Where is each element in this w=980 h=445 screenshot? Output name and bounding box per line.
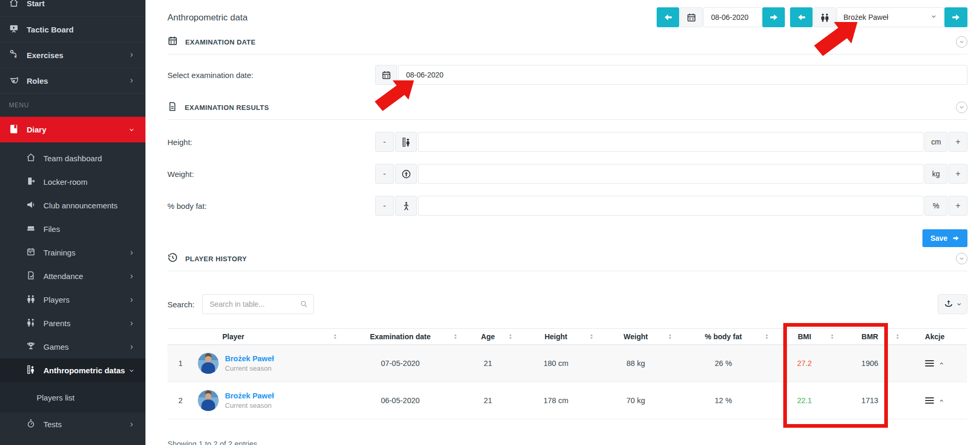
sort-icon[interactable]: ▲▼ <box>590 333 593 340</box>
section-title: EXAMINATION RESULTS <box>185 104 269 112</box>
next-date-button[interactable] <box>762 7 785 27</box>
sidebar-item-players-list[interactable]: Players list <box>0 382 145 413</box>
examination-date-input[interactable] <box>398 65 967 85</box>
sidebar-item-trainings[interactable]: Trainings <box>0 241 145 264</box>
next-player-button[interactable] <box>944 7 967 27</box>
prev-player-button[interactable] <box>790 7 813 27</box>
decrement-button[interactable]: - <box>375 196 394 216</box>
search-field <box>202 294 314 314</box>
tactics-icon <box>9 49 19 61</box>
sidebar-item-files[interactable]: Files <box>0 217 145 241</box>
body-fat-input[interactable] <box>418 196 923 216</box>
increment-button[interactable]: + <box>949 132 967 152</box>
app-window: Start Tactic Board Exercises Roles MENU … <box>0 0 980 445</box>
avatar <box>198 353 219 374</box>
column-header-examination-date[interactable]: Examination date ▲▼ <box>340 329 460 345</box>
export-button[interactable] <box>938 294 967 314</box>
chevron-right-icon <box>128 296 135 303</box>
table-header-row: Player ▲▼ Examination date ▲▼ Age ▲▼ Hei… <box>167 329 967 345</box>
player-history-section-header: PLAYER HISTORY <box>167 253 967 264</box>
sort-icon[interactable]: ▲▼ <box>830 333 834 340</box>
chevron-right-icon <box>128 421 135 428</box>
row-actions-button[interactable] <box>903 396 967 405</box>
sidebar-item-attendance[interactable]: Attendance <box>0 264 145 288</box>
calendar-icon <box>680 7 703 27</box>
sidebar-item-roles[interactable]: Roles <box>0 68 145 93</box>
sort-icon[interactable]: ▲▼ <box>509 333 512 340</box>
column-header-bmi[interactable]: BMI ▲▼ <box>772 329 837 345</box>
collapse-section-button[interactable] <box>956 253 967 264</box>
cell-bmi: 27.2 <box>772 345 837 382</box>
sort-icon[interactable]: ▲▼ <box>333 333 337 340</box>
column-header-height[interactable]: Height ▲▼ <box>515 329 596 345</box>
save-row: Save <box>167 229 967 247</box>
prev-date-button[interactable] <box>657 7 679 27</box>
menu-icon <box>925 359 934 368</box>
decrement-button[interactable]: - <box>375 164 394 184</box>
column-header-weight[interactable]: Weight ▲▼ <box>596 329 675 345</box>
player-link[interactable]: Brożek Paweł <box>225 354 274 363</box>
sidebar-item-label: Tests <box>43 420 62 429</box>
sidebar-item-label: Diary <box>27 125 47 134</box>
sidebar-item-games[interactable]: Games <box>0 335 145 359</box>
unit-label: cm <box>925 132 948 152</box>
examination-date-field-row: Select examination date: <box>167 65 967 85</box>
sidebar-main-menu: Start Tactic Board Exercises Roles <box>0 0 145 93</box>
decrement-button[interactable]: - <box>375 132 394 152</box>
sort-icon[interactable]: ▲▼ <box>454 333 457 340</box>
column-header-akcje: Akcje <box>903 329 967 345</box>
cell-bmr: 1713 <box>837 382 903 419</box>
increment-button[interactable]: + <box>949 164 967 184</box>
height-input[interactable] <box>418 132 923 152</box>
cell-bmr: 1906 <box>837 345 903 382</box>
save-button[interactable]: Save <box>922 229 967 247</box>
sidebar-item-locker-room[interactable]: Locker-room <box>0 170 145 194</box>
tactic-board-icon <box>9 24 19 35</box>
header-date-input[interactable] <box>703 7 762 27</box>
sidebar-item-label: Files <box>43 225 60 233</box>
sidebar-item-start[interactable]: Start <box>0 0 145 16</box>
sort-icon[interactable]: ▲▼ <box>668 333 672 340</box>
increment-button[interactable]: + <box>949 196 967 216</box>
sidebar-item-exercises[interactable]: Exercises <box>0 42 145 68</box>
sidebar-item-label: Anthropometric datas <box>43 366 125 375</box>
chevron-right-icon <box>128 273 135 280</box>
row-actions-button[interactable] <box>903 359 967 368</box>
sidebar-item-label: Locker-room <box>43 177 87 186</box>
column-header-body-fat[interactable]: % body fat ▲▼ <box>675 329 772 345</box>
table-row: 1 Brożek Paweł Current season 07-05-2020… <box>167 345 967 382</box>
door-icon <box>26 176 36 187</box>
sidebar-item-label: Roles <box>27 76 48 85</box>
sidebar-item-players[interactable]: Players <box>0 288 145 312</box>
sidebar-item-label: Tactic Board <box>27 25 74 34</box>
sort-icon[interactable]: ▲▼ <box>765 333 769 340</box>
weight-input[interactable] <box>418 164 923 184</box>
column-header-bmr[interactable]: BMR ▲▼ <box>837 329 903 345</box>
whistle-icon <box>9 75 19 86</box>
cell-body-fat: 26 % <box>675 345 772 382</box>
sidebar-sub-menu: Team dashboard Locker-room Club announce… <box>0 142 145 436</box>
sidebar-item-club-announcements[interactable]: Club announcements <box>0 194 145 217</box>
sidebar-item-tactic-board[interactable]: Tactic Board <box>0 16 145 42</box>
chevron-right-icon <box>128 343 135 350</box>
arrow-right-icon <box>952 235 960 242</box>
sidebar-item-tests[interactable]: Tests <box>0 413 145 436</box>
sidebar-item-diary[interactable]: Diary <box>0 117 145 142</box>
export-icon <box>944 299 953 309</box>
sidebar-item-parents[interactable]: Parents <box>0 312 145 335</box>
chevron-up-icon <box>939 361 944 366</box>
search-input[interactable] <box>202 294 314 314</box>
chevron-down-icon <box>956 302 962 307</box>
sidebar-item-anthropometric-datas[interactable]: Anthropometric datas <box>0 359 145 382</box>
column-header-player[interactable]: Player ▲▼ <box>194 329 340 345</box>
player-link[interactable]: Brożek Paweł <box>225 392 274 400</box>
collapse-section-button[interactable] <box>956 36 967 48</box>
row-index: 2 <box>167 382 194 419</box>
main-content: Anthropometric data Brożek Paweł <box>145 0 980 445</box>
calendar-icon[interactable] <box>375 65 397 85</box>
sidebar-item-team-dashboard[interactable]: Team dashboard <box>0 147 145 170</box>
player-select[interactable]: Brożek Paweł <box>837 7 944 27</box>
column-header-age[interactable]: Age ▲▼ <box>460 329 515 345</box>
sort-icon[interactable]: ▲▼ <box>896 333 899 340</box>
collapse-section-button[interactable] <box>956 102 967 113</box>
